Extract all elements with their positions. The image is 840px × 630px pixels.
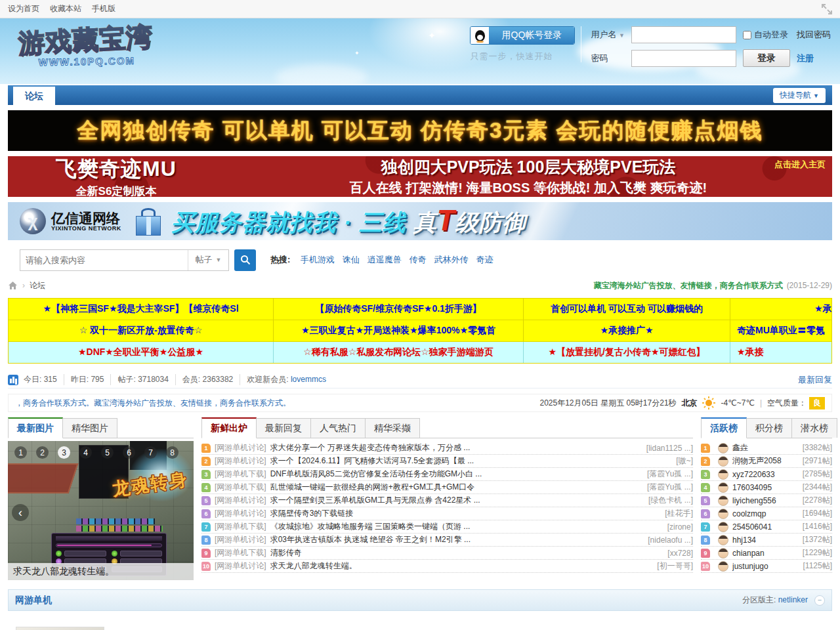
ad-link[interactable]: ★承接推广★ <box>524 320 730 341</box>
notice-link[interactable]: 藏宝湾海外站广告投放、友情链接，商务合作联系方式 <box>594 280 783 291</box>
expand-icon[interactable] <box>822 4 832 14</box>
ad-link[interactable]: ★【放置挂机/复古小传奇★可嫖红包】 <box>524 342 730 363</box>
ranking-tab[interactable]: 积分榜 <box>746 418 792 438</box>
avatar[interactable] <box>718 469 728 480</box>
chevron-down-icon[interactable]: ▼ <box>619 32 625 39</box>
threads-tab[interactable]: 精华采撷 <box>365 418 420 438</box>
ranking-tab[interactable]: 活跃榜 <box>701 417 747 438</box>
username-input[interactable] <box>631 26 736 43</box>
username-link[interactable]: xyz7220633 <box>732 470 803 479</box>
ad-link[interactable]: ★承接 <box>730 299 832 320</box>
forum-icon[interactable] <box>16 627 104 630</box>
ad-link[interactable]: ★DNF★全职业平衡★公益服★ <box>9 342 273 363</box>
hot-search-link[interactable]: 诛仙 <box>343 255 360 264</box>
password-input[interactable] <box>631 50 736 67</box>
register-link[interactable]: 注册 <box>797 53 814 63</box>
thread-title-link[interactable]: 乱世倾城一键端一款很经典的网游+教程+GM工具+GM口令 <box>270 482 640 493</box>
thread-author[interactable]: [绿色卡机 ...] <box>648 495 693 506</box>
username-link[interactable]: 润物无声2058 <box>732 455 803 467</box>
ad-link[interactable]: 【原始传奇SF/维京传奇SF★0.1折手游】 <box>273 299 524 320</box>
username-link[interactable]: 176034095 <box>732 483 803 492</box>
avatar[interactable] <box>718 443 728 453</box>
thread-title-link[interactable]: 《攻城掠地》攻城略地服务端 三国策略类一键端（页游 ... <box>270 521 661 532</box>
username-link[interactable]: 鑫垚 <box>732 442 803 453</box>
ad-link[interactable]: ☆稀有私服☆私服发布网论坛☆独家手游端游页 <box>273 342 524 363</box>
forgot-password-link[interactable]: 找回密码 <box>797 30 831 39</box>
thread-author[interactable]: [落霞Yu孤 ...] <box>647 469 693 480</box>
username-link[interactable]: coolzmqp <box>732 509 803 518</box>
search-input[interactable] <box>20 250 188 270</box>
username-link[interactable]: hhj134 <box>732 536 803 545</box>
carousel-page-dot[interactable]: 2 <box>36 446 49 459</box>
login-button[interactable]: 登录 <box>743 49 790 67</box>
carousel-caption[interactable]: 求天龙八部龙魂转生端。 <box>8 563 194 580</box>
carousel-page-dot[interactable]: 4 <box>79 446 92 459</box>
carousel-page-dot[interactable]: 5 <box>101 446 114 459</box>
avatar[interactable] <box>718 482 728 493</box>
search-scope-select[interactable]: 帖子▼ <box>188 250 228 270</box>
thread-title-link[interactable]: 求03年执迷古镇版本 执迷城 绝望谷 帝王之剑！M2引擎 ... <box>270 534 642 545</box>
gallery-tab[interactable]: 最新图片 <box>8 417 63 438</box>
home-icon[interactable] <box>8 281 18 290</box>
avatar[interactable] <box>718 456 728 467</box>
gallery-tab[interactable]: 精华图片 <box>62 418 117 438</box>
hot-search-link[interactable]: 逍遥魔兽 <box>368 255 402 264</box>
ad-link[interactable]: 奇迹MU单职业〓零氪 <box>730 320 832 341</box>
thread-category-link[interactable]: [网游单机讨论] <box>215 508 266 519</box>
thread-title-link[interactable]: DNF单机版清风85二觉仿官修复全活动任务全功能GM小白 ... <box>270 469 640 480</box>
thread-author[interactable]: [桂花手] <box>665 508 693 519</box>
carousel-prev-arrow[interactable]: ‹ <box>12 504 29 521</box>
carousel-page-dot[interactable]: 8 <box>166 446 178 459</box>
ad-link[interactable]: 首创可以单机 可以互动 可以赚烟钱的 <box>524 299 730 320</box>
thread-author[interactable]: [xx728] <box>667 549 693 558</box>
thread-title-link[interactable]: 求一个隔壁剑灵三系单机版GM工具与无限点券 含422星术 ... <box>270 495 642 506</box>
hot-search-link[interactable]: 传奇 <box>410 255 427 264</box>
ad-banner-3[interactable]: 亿信通网络 YIXINTONG NETWORK 买服务器就找我 · 三线 真T级… <box>8 202 832 240</box>
threads-tab[interactable]: 最新回复 <box>256 418 311 438</box>
username-link[interactable]: chianpan <box>732 549 803 558</box>
ad-link[interactable]: ★三职业复古★开局送神装★爆率100%★零氪首 <box>273 320 524 341</box>
thread-title-link[interactable]: 求天龙八部龙魂转生端。 <box>270 560 651 572</box>
thread-category-link[interactable]: [网游单机讨论] <box>215 455 266 467</box>
avatar[interactable] <box>718 561 728 572</box>
qq-login-button[interactable]: 用QQ帐号登录 <box>470 26 575 45</box>
thread-category-link[interactable]: [网游单机下载] <box>215 482 266 493</box>
thread-category-link[interactable]: [网游单机下载] <box>215 547 266 558</box>
collapse-button[interactable]: − <box>814 595 825 606</box>
threads-tab[interactable]: 新鲜出炉 <box>201 417 257 438</box>
thread-title-link[interactable]: 求大佬分享一个 万界迷失超变态传奇独家版本，万分感 ... <box>270 442 640 453</box>
search-button[interactable] <box>234 249 256 271</box>
footer-links-text[interactable]: ，商务合作联系方式。藏宝湾海外站广告投放、友情链接，商务合作联系方式。 <box>15 398 291 409</box>
quick-nav-button[interactable]: 快捷导航 ▼ <box>773 88 826 103</box>
carousel-page-dot[interactable]: 1 <box>14 446 27 459</box>
ad-banner-1[interactable]: 全网独创传奇 可以单机 可以互动 仿传奇3元素 会玩的随便赚点烟钱 <box>8 110 832 151</box>
thread-author[interactable]: [落霞Yu孤 ...] <box>647 482 693 493</box>
ranking-tab[interactable]: 潜水榜 <box>791 418 837 438</box>
hot-search-link[interactable]: 奇迹 <box>476 255 494 264</box>
tab-forum[interactable]: 论坛 <box>13 87 55 105</box>
username-link[interactable]: justunjugo <box>732 562 803 571</box>
username-link[interactable]: liyicheng556 <box>732 496 803 505</box>
thread-category-link[interactable]: [网游单机下载] <box>215 521 266 532</box>
thread-category-link[interactable]: [网游单机下载] <box>215 469 266 480</box>
avatar[interactable] <box>718 495 728 506</box>
topbar-link[interactable]: 收藏本站 <box>50 4 81 13</box>
ad-banner-2[interactable]: 飞樊奇迹MU 全新S6定制版本 独创四大PVP玩法 100层大秘境PVE玩法 百… <box>8 156 832 197</box>
image-carousel[interactable]: 龙魂转身 12345678 <box>8 441 194 580</box>
avatar[interactable] <box>718 535 728 545</box>
topbar-link[interactable]: 设为首页 <box>8 4 39 13</box>
section-title-link[interactable]: 网游单机 <box>15 595 52 606</box>
avatar[interactable] <box>718 522 728 532</box>
thread-category-link[interactable]: [网游单机讨论] <box>215 534 266 545</box>
breadcrumb-forum[interactable]: 论坛 <box>30 280 45 291</box>
thread-category-link[interactable]: [网游单机讨论] <box>215 442 266 453</box>
thread-title-link[interactable]: 求一个【2024.6.11】阿飞精修大话河马7.5全套源码【最 ... <box>270 455 670 467</box>
site-logo[interactable]: 游戏藏宝湾 WWW.10PQ.COM <box>8 18 165 84</box>
ad-link[interactable]: ☆ 双十一新区开放-放置传奇☆ <box>9 320 273 341</box>
topbar-link[interactable]: 手机版 <box>92 4 116 13</box>
thread-author[interactable]: [初一哥哥] <box>657 560 693 572</box>
username-link[interactable]: 254506041 <box>732 522 803 532</box>
carousel-page-dot[interactable]: 3 <box>58 446 70 459</box>
carousel-page-dot[interactable]: 7 <box>144 446 157 459</box>
avatar[interactable] <box>718 509 728 519</box>
